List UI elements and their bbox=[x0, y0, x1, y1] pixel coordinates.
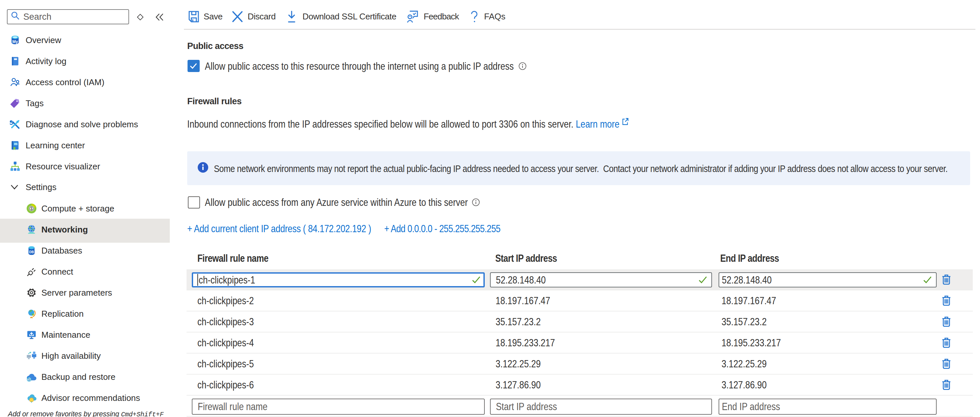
svg-text:$: $ bbox=[30, 207, 32, 211]
svg-text:My: My bbox=[12, 40, 18, 44]
svg-text:101: 101 bbox=[14, 143, 18, 145]
svg-text:DB: DB bbox=[29, 250, 34, 254]
